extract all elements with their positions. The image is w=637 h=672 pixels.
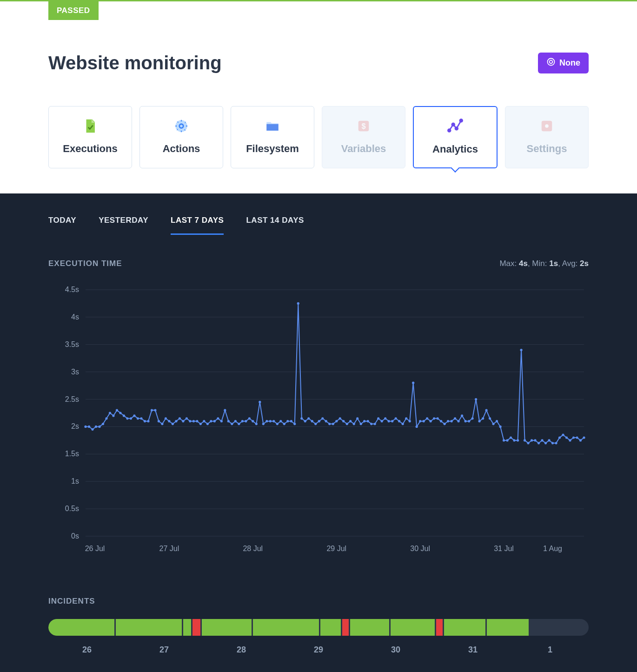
incident-day-label: 30	[357, 645, 434, 655]
svg-point-51	[130, 417, 132, 419]
svg-point-151	[478, 420, 481, 422]
incident-day-label: 1	[511, 645, 589, 655]
svg-point-98	[293, 423, 296, 425]
tab-variables[interactable]: $Variables	[322, 106, 405, 168]
svg-point-131	[409, 420, 411, 422]
tab-label: Analytics	[432, 143, 478, 155]
svg-point-125	[388, 420, 390, 422]
svg-point-61	[165, 417, 167, 419]
execution-time-chart: 0s0.5s1s1.5s2s2.5s3s3.5s4s4.5s26 Jul27 J…	[48, 285, 589, 559]
svg-point-159	[506, 439, 508, 441]
none-button[interactable]: None	[538, 53, 589, 73]
svg-point-128	[398, 420, 400, 422]
svg-point-94	[279, 420, 282, 422]
svg-point-71	[199, 423, 202, 425]
svg-point-137	[430, 420, 432, 422]
svg-point-178	[572, 436, 575, 439]
incident-day-label: 27	[126, 645, 203, 655]
svg-point-150	[475, 398, 477, 400]
svg-text:26 Jul: 26 Jul	[85, 545, 105, 552]
svg-point-174	[558, 436, 561, 439]
incident-segment[interactable]	[342, 619, 349, 636]
svg-point-49	[123, 414, 125, 417]
svg-point-68	[189, 420, 191, 422]
incident-segment[interactable]	[253, 619, 319, 636]
svg-point-50	[126, 417, 128, 419]
stat-avg-label: , Avg:	[558, 259, 580, 268]
svg-point-63	[172, 423, 174, 425]
tab-label: Settings	[527, 143, 567, 155]
svg-point-157	[499, 426, 501, 428]
incident-segment[interactable]	[350, 619, 389, 636]
incident-segment[interactable]	[116, 619, 182, 636]
svg-text:$: $	[361, 122, 365, 130]
stat-avg-value: 2s	[580, 259, 589, 268]
svg-point-149	[471, 417, 474, 419]
svg-point-162	[517, 439, 519, 441]
incident-segment[interactable]	[530, 619, 557, 636]
svg-point-111	[339, 417, 341, 419]
range-tab-last-14-days[interactable]: LAST 14 DAYS	[246, 216, 304, 235]
tab-executions[interactable]: Executions	[48, 106, 132, 168]
svg-text:0s: 0s	[71, 532, 79, 540]
incident-segment[interactable]	[436, 619, 443, 636]
incident-segment[interactable]	[48, 619, 114, 636]
svg-point-66	[182, 420, 184, 422]
svg-point-169	[541, 439, 543, 441]
svg-text:28 Jul: 28 Jul	[243, 545, 263, 552]
range-tab-yesterday[interactable]: YESTERDAY	[99, 216, 148, 235]
stat-max-value: 4s	[519, 259, 528, 268]
svg-point-74	[210, 420, 212, 422]
range-tab-today[interactable]: TODAY	[48, 216, 76, 235]
svg-point-132	[412, 382, 414, 384]
svg-point-39	[88, 426, 90, 428]
incidents-timeline[interactable]	[48, 619, 589, 636]
svg-point-92	[272, 420, 275, 422]
svg-point-133	[416, 426, 418, 428]
svg-text:4s: 4s	[71, 313, 79, 321]
tab-actions[interactable]: Actions	[139, 106, 223, 168]
svg-point-89	[262, 423, 265, 425]
svg-point-118	[363, 420, 365, 422]
incident-segment[interactable]	[202, 619, 252, 636]
svg-point-106	[321, 417, 324, 419]
incident-day-label: 31	[434, 645, 511, 655]
stat-min-label: , Min:	[528, 259, 549, 268]
svg-point-91	[269, 420, 272, 422]
incident-segment[interactable]	[487, 619, 528, 636]
incident-segment[interactable]	[320, 619, 341, 636]
svg-point-60	[161, 423, 163, 425]
svg-point-120	[370, 423, 372, 425]
time-range-tabs: TODAYYESTERDAYLAST 7 DAYSLAST 14 DAYS	[48, 216, 589, 235]
incident-segment[interactable]	[391, 619, 435, 636]
svg-point-158	[503, 439, 505, 441]
tab-label: Filesystem	[246, 143, 299, 155]
main-tabs: ExecutionsActionsFilesystem$VariablesAna…	[48, 106, 589, 193]
svg-point-160	[510, 436, 512, 439]
gear-icon	[173, 118, 190, 134]
tab-analytics[interactable]: Analytics	[413, 106, 498, 168]
svg-point-168	[537, 442, 540, 444]
tab-settings[interactable]: Settings	[505, 106, 589, 168]
svg-point-108	[328, 423, 331, 425]
incident-segment[interactable]	[192, 619, 200, 636]
svg-point-165	[527, 442, 529, 444]
stat-max-label: Max:	[499, 259, 519, 268]
chart-icon	[447, 118, 464, 135]
svg-point-134	[419, 420, 421, 422]
svg-point-48	[119, 412, 121, 414]
svg-point-171	[548, 439, 550, 441]
svg-point-70	[196, 420, 198, 422]
svg-point-57	[151, 409, 153, 412]
svg-point-56	[147, 420, 149, 422]
incident-day-label: 26	[48, 645, 126, 655]
status-badge: PASSED	[48, 1, 99, 20]
svg-point-65	[179, 417, 181, 419]
page-title: Website monitoring	[48, 53, 222, 73]
tab-filesystem[interactable]: Filesystem	[231, 106, 314, 168]
range-tab-last-7-days[interactable]: LAST 7 DAYS	[171, 216, 224, 235]
incident-segment[interactable]	[183, 619, 191, 636]
svg-text:2s: 2s	[71, 422, 79, 430]
incident-segment[interactable]	[444, 619, 485, 636]
svg-point-112	[342, 420, 345, 422]
